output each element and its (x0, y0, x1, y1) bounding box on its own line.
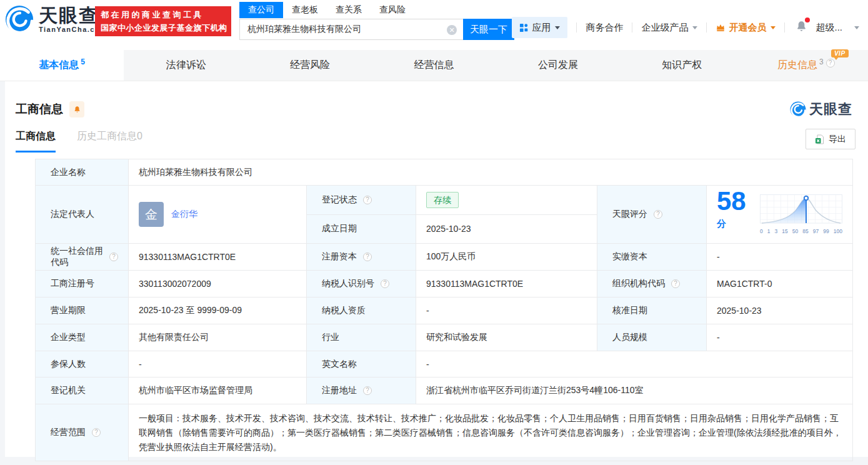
table-row: 法定代表人 金 金衍华 登记状态 ? 存续 (36, 186, 853, 215)
notification-dot (805, 18, 810, 22)
avatar: 金 (139, 202, 164, 227)
org-code-label: 组织机构代码? (597, 271, 707, 298)
reg-authority-label: 登记机关 (36, 378, 129, 404)
company-name-value: 杭州珀莱雅生物科技有限公司 (129, 159, 853, 186)
table-row: 企业名称 杭州珀莱雅生物科技有限公司 (36, 159, 853, 186)
tab-history-info[interactable]: 历史信息 3 ? VIP (744, 50, 868, 81)
divider (784, 22, 785, 32)
excel-icon (815, 134, 824, 144)
crown-icon (716, 22, 726, 32)
watermark-logo: 天眼查 (790, 100, 852, 119)
company-type-value: 其他有限责任公司 (129, 324, 307, 351)
search-tab-relation[interactable]: 查关系 (327, 2, 371, 18)
score-cell: 58分 (707, 186, 853, 244)
credit-code-label: 统一社会信用代码? (36, 244, 129, 271)
tianyancha-logo-icon (790, 101, 806, 118)
business-term-label: 营业期限 (36, 298, 129, 324)
search-tab-risk[interactable]: 查风险 (371, 2, 414, 18)
legal-rep-label: 法定代表人 (36, 186, 129, 244)
chevron-down-icon (854, 26, 859, 29)
subtabs: 工商信息 历史工商信息0 (16, 130, 142, 152)
help-icon[interactable]: ? (654, 210, 662, 219)
search-input[interactable] (240, 19, 463, 39)
tab-operation-info[interactable]: 经营信息 (372, 50, 496, 81)
table-row: 营业期限 2025-10-23 至 9999-09-09 纳税人资质 - 核准日… (36, 298, 853, 324)
score-distribution-chart: 0131550859799100 (760, 194, 842, 234)
help-icon[interactable]: ? (109, 252, 118, 261)
table-row: 参保人数 - 英文名称 - (36, 351, 853, 378)
legal-rep-link[interactable]: 金衍华 (171, 209, 197, 220)
reg-status-value: 存续 (416, 186, 597, 215)
help-icon[interactable]: ? (92, 428, 101, 437)
divider (632, 22, 632, 32)
chevron-down-icon (555, 26, 560, 29)
taxpayer-id-value: 91330113MAG1CTRT0E (416, 271, 597, 298)
promo-banner: 都在用的商业查询工具 国家中小企业发展子基金旗下机构 (95, 6, 231, 36)
legal-rep-cell: 金 金衍华 (129, 186, 307, 244)
table-row: 企业类型 其他有限责任公司 行业 研究和试验发展 人员规模 - (36, 324, 853, 351)
search-tabs: 查公司 查老板 查关系 查风险 (239, 1, 514, 19)
super-vip-label: 超级... (816, 22, 842, 34)
insured-count-label: 参保人数 (36, 351, 129, 378)
clear-search-icon[interactable]: ✕ (447, 25, 457, 35)
apps-label: 应用 (532, 22, 551, 34)
reg-capital-label: 注册资本? (307, 244, 416, 271)
chevron-down-icon (771, 26, 776, 29)
tab-basic-info[interactable]: 基本信息 5 (0, 50, 124, 81)
tab-legal-proceedings[interactable]: 法律诉讼 (124, 50, 247, 81)
watermark-text: 天眼查 (809, 100, 852, 119)
tab-label: 经营风险 (290, 59, 330, 72)
search-area: 查公司 查老板 查关系 查风险 ✕ 天眼一下 (239, 1, 514, 40)
industry-value: 研究和试验发展 (416, 324, 597, 351)
tab-label: 法律诉讼 (166, 59, 206, 72)
search-box: ✕ (239, 19, 463, 40)
divider (576, 22, 577, 32)
help-icon[interactable]: ? (671, 279, 680, 288)
tab-operation-risk[interactable]: 经营风险 (248, 50, 372, 81)
promo-line1: 都在用的商业查询工具 (101, 9, 226, 21)
industry-label: 行业 (307, 324, 416, 351)
apps-grid-icon (519, 23, 529, 32)
tianyancha-logo[interactable]: 天眼查 TianYanCha.com (5, 5, 107, 34)
export-button[interactable]: 导出 (806, 129, 856, 149)
search-tab-boss[interactable]: 查老板 (283, 2, 327, 18)
tab-label: 经营信息 (414, 59, 454, 72)
search-tab-company[interactable]: 查公司 (239, 2, 283, 18)
subtab-history-business-info[interactable]: 历史工商信息0 (77, 130, 142, 152)
company-tab-bar: 基本信息 5 法律诉讼 经营风险 经营信息 公司发展 知识产权 历史信息 3 ?… (0, 50, 868, 81)
help-icon[interactable]: ? (363, 196, 372, 204)
help-icon[interactable]: ? (826, 59, 835, 68)
tab-count-badge: 5 (81, 58, 85, 66)
tab-company-development[interactable]: 公司发展 (496, 50, 620, 81)
help-icon[interactable]: ? (381, 279, 389, 288)
reg-number-label: 工商注册号 (36, 271, 129, 298)
score-axis-ticks: 0131550859799100 (760, 228, 842, 234)
table-row: 登记机关 杭州市临平区市场监督管理局 注册地址? 浙江省杭州市临平区乔司街道汀兰… (36, 378, 853, 404)
bell-icon (73, 105, 81, 114)
search-button[interactable]: 天眼一下 (463, 19, 514, 40)
taxpayer-quality-value: - (416, 298, 597, 324)
tianyancha-company-page: 天眼查 TianYanCha.com 都在用的商业查询工具 国家中小企业发展子基… (0, 0, 868, 465)
vip-upgrade-menu[interactable]: 开通会员 (716, 22, 776, 34)
tab-intellectual-property[interactable]: 知识产权 (620, 50, 744, 81)
subtab-business-info[interactable]: 工商信息 (16, 130, 56, 152)
help-icon[interactable]: ? (363, 252, 372, 261)
status-badge: 存续 (426, 192, 459, 208)
staff-size-label: 人员规模 (597, 324, 707, 351)
score-label: 天眼评分 ? (597, 186, 707, 244)
super-vip-menu[interactable]: 超级... (816, 22, 859, 34)
business-coop-link[interactable]: 商务合作 (586, 22, 623, 34)
enterprise-products-menu[interactable]: 企业级产品 (641, 22, 697, 34)
tianyancha-logo-icon (5, 5, 34, 34)
subscribe-bell-button[interactable] (69, 101, 84, 118)
reg-status-label: 登记状态 ? (307, 186, 416, 215)
paid-capital-value: - (707, 244, 853, 271)
vip-badge: VIP (831, 49, 849, 58)
table-row: 工商注册号 330113002072009 纳税人识别号? 91330113MA… (36, 271, 853, 298)
business-term-value: 2025-10-23 至 9999-09-09 (129, 298, 307, 324)
help-icon[interactable]: ? (363, 386, 372, 395)
reg-number-value: 330113002072009 (129, 271, 307, 298)
company-type-label: 企业类型 (36, 324, 129, 351)
notification-bell[interactable] (795, 19, 808, 36)
apps-menu[interactable]: 应用 (512, 17, 567, 38)
